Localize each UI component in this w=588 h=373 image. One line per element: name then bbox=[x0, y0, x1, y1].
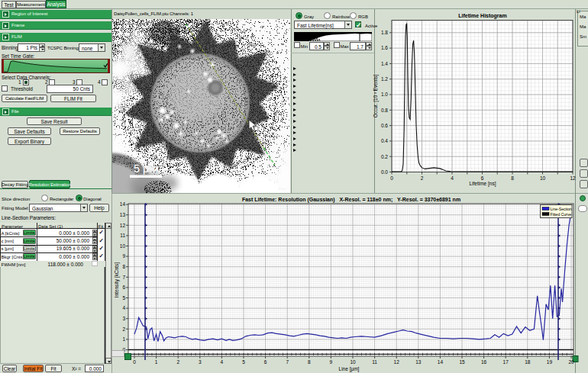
svg-text:0.4: 0.4 bbox=[381, 138, 388, 143]
svg-text:8: 8 bbox=[511, 175, 514, 181]
svg-text:13: 13 bbox=[415, 359, 422, 365]
svg-text:10: 10 bbox=[120, 243, 126, 249]
svg-text:3: 3 bbox=[122, 316, 125, 321]
svg-text:8: 8 bbox=[308, 359, 311, 365]
svg-text:15: 15 bbox=[459, 359, 465, 365]
svg-text:12: 12 bbox=[120, 223, 126, 228]
svg-text:0: 0 bbox=[390, 175, 393, 181]
svg-text:14: 14 bbox=[438, 359, 444, 365]
svg-text:17: 17 bbox=[503, 359, 509, 365]
svg-text:12: 12 bbox=[394, 359, 400, 365]
svg-text:5: 5 bbox=[242, 359, 245, 365]
svg-text:18: 18 bbox=[525, 359, 531, 365]
svg-text:10: 10 bbox=[350, 359, 356, 365]
svg-text:2: 2 bbox=[176, 359, 179, 365]
svg-text:13: 13 bbox=[120, 212, 126, 217]
svg-text:3: 3 bbox=[199, 359, 202, 365]
svg-text:10: 10 bbox=[540, 175, 546, 181]
svg-text:7: 7 bbox=[122, 275, 125, 280]
svg-text:4: 4 bbox=[122, 305, 125, 310]
svg-text:9: 9 bbox=[122, 253, 125, 259]
svg-text:6: 6 bbox=[122, 285, 125, 290]
svg-text:6: 6 bbox=[481, 175, 484, 181]
svg-text:20: 20 bbox=[568, 359, 574, 365]
svg-text:1.0: 1.0 bbox=[381, 92, 388, 97]
svg-text:7: 7 bbox=[286, 359, 289, 365]
svg-text:Fitted Curve: Fitted Curve bbox=[551, 212, 572, 217]
svg-text:5: 5 bbox=[122, 295, 125, 301]
svg-text:1.8: 1.8 bbox=[381, 30, 388, 35]
svg-text:Lifetime [ns]: Lifetime [ns] bbox=[469, 181, 496, 187]
svg-text:0.8: 0.8 bbox=[381, 108, 388, 113]
svg-text:9: 9 bbox=[330, 359, 333, 365]
svg-text:1.2: 1.2 bbox=[381, 76, 388, 82]
svg-text:4: 4 bbox=[221, 359, 224, 365]
svg-text:2: 2 bbox=[421, 175, 424, 181]
svg-text:4: 4 bbox=[451, 175, 454, 181]
svg-text:11: 11 bbox=[372, 359, 377, 365]
svg-text:Occur. [10 ³ Events]: Occur. [10 ³ Events] bbox=[373, 75, 379, 118]
svg-text:0.6: 0.6 bbox=[381, 123, 388, 128]
svg-text:1.6: 1.6 bbox=[381, 45, 388, 50]
svg-text:19: 19 bbox=[547, 359, 553, 365]
svg-text:Lifetime Histogram: Lifetime Histogram bbox=[458, 13, 506, 19]
svg-text:16: 16 bbox=[481, 359, 487, 365]
svg-text:Fast Lifetime: Resolution (Gau: Fast Lifetime: Resolution (Gaussian) X-R… bbox=[242, 197, 460, 203]
svg-text:0.0: 0.0 bbox=[381, 169, 388, 175]
svg-text:8: 8 bbox=[122, 264, 125, 269]
svg-text:2: 2 bbox=[122, 326, 125, 332]
svg-text:6: 6 bbox=[264, 359, 267, 365]
svg-text:14: 14 bbox=[120, 201, 126, 207]
svg-text:0: 0 bbox=[133, 359, 136, 365]
svg-text:1: 1 bbox=[122, 336, 125, 342]
svg-text:1.4: 1.4 bbox=[381, 61, 388, 66]
svg-text:Line [μm]: Line [μm] bbox=[339, 366, 360, 372]
svg-text:11: 11 bbox=[120, 233, 125, 238]
svg-text:5 μm: 5 μm bbox=[134, 162, 159, 175]
svg-text:1: 1 bbox=[155, 359, 158, 365]
svg-text:Line-Section: Line-Section bbox=[551, 207, 572, 211]
svg-text:0.2: 0.2 bbox=[381, 154, 388, 159]
svg-text:Intensity [kCnts]: Intensity [kCnts] bbox=[114, 262, 120, 297]
